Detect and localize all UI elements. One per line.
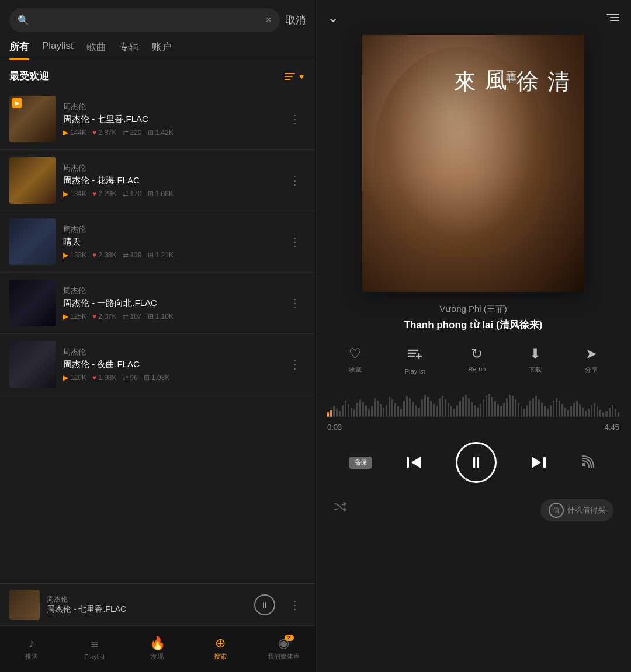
- waveform-bar: [427, 397, 429, 417]
- nav-item-library[interactable]: ◉ 2 我的媒体库: [266, 637, 301, 661]
- waveform-bar: [400, 409, 402, 417]
- queue-icon[interactable]: [606, 14, 619, 21]
- waveform-bar: [538, 399, 540, 417]
- song-thumbnail: [9, 280, 56, 326]
- playlist-add-button[interactable]: Playlist: [405, 346, 425, 375]
- list-item[interactable]: 周杰伦 晴天 ▶ 133K ♥ 2.38K ⇄ 139 ⊞ 1.21K ⋮: [0, 211, 315, 273]
- waveform-bar: [409, 398, 411, 417]
- more-button[interactable]: ⋮: [285, 230, 306, 253]
- np-title: 周杰伦 - 七里香.FLAC: [47, 604, 247, 615]
- search-icon: 🔍: [18, 15, 29, 26]
- more-button[interactable]: ⋮: [285, 291, 306, 315]
- reup-button[interactable]: ↻ Re-up: [468, 346, 486, 375]
- clear-icon[interactable]: ×: [265, 14, 272, 26]
- tab-all[interactable]: 所有: [9, 40, 29, 60]
- what-worth-button[interactable]: 值 什么值得买: [540, 499, 613, 521]
- waveform-bar: [394, 403, 396, 417]
- more-button[interactable]: ⋮: [285, 107, 306, 131]
- waveform-bar: [488, 394, 490, 417]
- album-text-overlay: 清 徐 風 來 王 菲: [450, 53, 573, 64]
- section-title: 最受欢迎: [9, 69, 49, 83]
- waveform-bar: [506, 398, 508, 417]
- tab-albums[interactable]: 专辑: [119, 40, 139, 60]
- waveform-bar: [609, 408, 611, 417]
- pause-button-main[interactable]: ⏸: [456, 442, 497, 483]
- waveform-bar: [576, 401, 578, 417]
- waveform-bar: [383, 408, 384, 417]
- waveform-bar: [526, 405, 528, 417]
- song-list: ▶ 周杰伦 周杰伦 - 七里香.FLAC ▶ 144K ♥ 2.87K ⇄ 22…: [0, 89, 315, 583]
- waveform-bar: [559, 401, 560, 417]
- song-stats: ▶ 125K ♥ 2.07K ⇄ 107 ⊞ 1.10K: [63, 312, 278, 321]
- waveform-bar: [573, 403, 575, 417]
- tab-songs[interactable]: 歌曲: [86, 40, 106, 60]
- nav-item-push[interactable]: ♪ 推送: [14, 637, 49, 661]
- nav-item-playlist[interactable]: ≡ Playlist: [77, 638, 112, 660]
- tabs: 所有 Playlist 歌曲 专辑 账户: [0, 32, 315, 60]
- tab-account[interactable]: 账户: [152, 40, 172, 60]
- waveform-bar: [550, 405, 552, 417]
- playing-badge: ▶: [12, 98, 22, 108]
- np-more-button[interactable]: ⋮: [285, 593, 306, 617]
- waveform-bar: [471, 402, 473, 417]
- waveform-bar: [436, 406, 438, 417]
- nav-label-push: 推送: [25, 652, 38, 661]
- next-button[interactable]: [529, 453, 548, 472]
- search-top-bar: 🔍 周杰伦 × 取消: [0, 0, 315, 32]
- download-button[interactable]: ⬇ 下载: [529, 346, 542, 375]
- song-artist: 周杰伦: [63, 163, 278, 173]
- time-current: 0:03: [327, 423, 342, 431]
- list-item[interactable]: ▶ 周杰伦 周杰伦 - 七里香.FLAC ▶ 144K ♥ 2.87K ⇄ 22…: [0, 89, 315, 150]
- nav-item-discover[interactable]: 🔥 发现: [140, 637, 175, 661]
- list-item[interactable]: 周杰伦 周杰伦 - 花海.FLAC ▶ 134K ♥ 2.29K ⇄ 170 ⊞…: [0, 150, 315, 211]
- song-thumbnail: [9, 341, 56, 388]
- discover-icon: 🔥: [150, 637, 165, 650]
- song-title: 周杰伦 - 花海.FLAC: [63, 175, 278, 186]
- song-stats: ▶ 134K ♥ 2.29K ⇄ 170 ⊞ 1.08K: [63, 190, 278, 198]
- list-item[interactable]: 周杰伦 周杰伦 - 一路向北.FLAC ▶ 125K ♥ 2.07K ⇄ 107…: [0, 273, 315, 334]
- waveform-bar: [336, 409, 338, 417]
- share-button[interactable]: ➤ 分享: [585, 346, 598, 375]
- now-playing-bar[interactable]: 周杰伦 周杰伦 - 七里香.FLAC ⏸ ⋮: [0, 583, 315, 625]
- list-item[interactable]: 周杰伦 周杰伦 - 夜曲.FLAC ▶ 120K ♥ 1.98K ⇄ 96 ⊞ …: [0, 334, 315, 395]
- waveform-bar: [480, 404, 481, 417]
- waveform[interactable]: [327, 384, 619, 417]
- waveform-bar: [342, 405, 344, 417]
- waveform-bar: [424, 395, 426, 417]
- waveform-bar: [561, 404, 563, 417]
- np-artist: 周杰伦: [47, 594, 247, 604]
- shuffle-button[interactable]: [333, 499, 348, 521]
- waveform-bar: [515, 399, 516, 417]
- tab-playlist[interactable]: Playlist: [42, 40, 74, 60]
- waveform-bar: [453, 409, 455, 417]
- what-worth-icon: 值: [549, 503, 564, 518]
- album-art-background: 清 徐 風 來 王 菲: [362, 35, 584, 292]
- waveform-bar: [439, 398, 441, 417]
- waveform-bar: [518, 403, 519, 417]
- waveform-bar: [448, 403, 449, 417]
- favorite-button[interactable]: ♡ 收藏: [349, 346, 362, 375]
- waveform-bar: [377, 401, 379, 417]
- waveform-bar: [547, 409, 549, 417]
- waveform-bar: [345, 401, 346, 417]
- waveform-bar: [594, 403, 595, 417]
- nav-label-search: 搜索: [214, 652, 227, 661]
- more-button[interactable]: ⋮: [285, 353, 306, 376]
- playlist-add-icon: [407, 346, 422, 364]
- chevron-down-icon[interactable]: ⌄: [327, 9, 339, 26]
- pause-button[interactable]: ⏸: [254, 594, 275, 615]
- more-button[interactable]: ⋮: [285, 169, 306, 192]
- filter-button[interactable]: ▼: [285, 72, 306, 81]
- nav-item-search[interactable]: ⊕ 搜索: [203, 637, 238, 661]
- waveform-bar: [564, 408, 566, 417]
- cancel-button[interactable]: 取消: [286, 13, 306, 27]
- search-input[interactable]: 周杰伦: [35, 15, 259, 26]
- waveform-bar: [445, 399, 446, 417]
- waveform-bar: [365, 405, 367, 417]
- cast-button[interactable]: [581, 452, 597, 472]
- prev-button[interactable]: [404, 453, 423, 472]
- waveform-bar: [459, 401, 461, 417]
- svg-rect-8: [543, 457, 546, 468]
- waveform-bar: [389, 397, 390, 417]
- nav-label-discover: 发现: [151, 652, 164, 661]
